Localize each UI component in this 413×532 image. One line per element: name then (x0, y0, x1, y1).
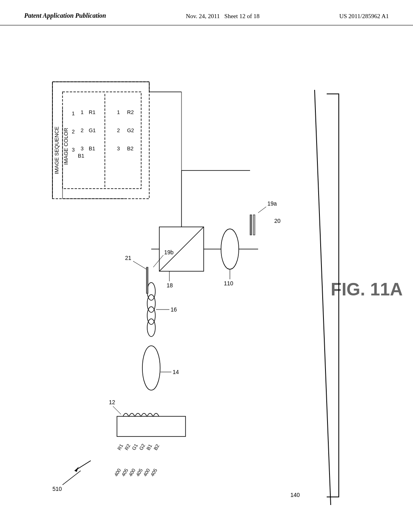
svg-point-36 (221, 229, 239, 269)
svg-text:16: 16 (171, 306, 177, 313)
svg-text:12: 12 (109, 399, 115, 405)
svg-text:19b: 19b (164, 249, 174, 256)
svg-point-17 (142, 346, 160, 390)
svg-text:G2: G2 (138, 443, 146, 451)
svg-text:1: 1 (117, 109, 120, 115)
svg-marker-80 (75, 467, 79, 472)
svg-text:R1: R1 (116, 443, 124, 451)
svg-text:405: 405 (149, 468, 158, 478)
svg-text:400: 400 (127, 468, 136, 478)
svg-text:R1: R1 (89, 109, 96, 115)
svg-line-3 (113, 406, 121, 414)
svg-text:R2: R2 (127, 109, 134, 115)
svg-text:B1: B1 (145, 443, 153, 451)
svg-text:19a: 19a (267, 200, 277, 207)
svg-text:400: 400 (113, 468, 122, 478)
svg-text:510: 510 (52, 486, 62, 492)
svg-text:3: 3 (81, 145, 83, 152)
svg-text:G2: G2 (127, 127, 134, 133)
svg-text:1: 1 (72, 110, 75, 116)
page-header: Patent Application Publication Nov. 24, … (0, 0, 413, 25)
svg-text:1: 1 (81, 109, 83, 115)
header-date-sheet: Nov. 24, 2011 Sheet 12 of 18 (186, 11, 260, 21)
svg-text:G1: G1 (131, 443, 139, 451)
svg-text:2: 2 (117, 127, 120, 133)
svg-text:IMAGE SEQUENCE: IMAGE SEQUENCE (54, 126, 60, 174)
svg-point-23 (147, 283, 155, 300)
svg-text:3: 3 (117, 145, 120, 152)
svg-line-27 (133, 261, 146, 269)
svg-rect-42 (253, 215, 255, 235)
svg-text:405: 405 (135, 468, 144, 478)
svg-text:14: 14 (173, 369, 179, 375)
svg-rect-51 (63, 92, 141, 189)
svg-line-0 (63, 471, 81, 485)
svg-line-29 (153, 255, 163, 267)
svg-text:140: 140 (290, 492, 300, 498)
svg-text:B2: B2 (127, 145, 133, 152)
svg-rect-2 (117, 416, 186, 436)
svg-text:IMAGE COLOR: IMAGE COLOR (63, 128, 69, 165)
publication-title: Patent Application Publication (24, 11, 106, 20)
svg-text:2: 2 (72, 129, 75, 135)
svg-text:405: 405 (120, 468, 129, 478)
svg-text:FIG. 11A: FIG. 11A (331, 279, 403, 299)
svg-text:3: 3 (72, 147, 75, 153)
svg-rect-41 (250, 215, 252, 235)
svg-text:G1: G1 (89, 127, 96, 133)
svg-text:B1: B1 (78, 153, 84, 159)
svg-text:21: 21 (125, 255, 131, 261)
svg-text:20: 20 (274, 218, 281, 224)
svg-text:B1: B1 (89, 145, 95, 152)
svg-text:B2: B2 (152, 443, 161, 451)
diagram-svg: 510 12 R1 R2 G1 G2 B1 B2 400 405 400 405… (0, 29, 413, 525)
diagram-area: 510 12 R1 R2 G1 G2 B1 B2 400 405 400 405… (0, 29, 413, 525)
svg-line-43 (258, 207, 266, 213)
svg-text:400: 400 (142, 468, 151, 478)
svg-text:110: 110 (224, 280, 234, 287)
svg-text:18: 18 (167, 282, 173, 289)
patent-number: US 2011/285962 A1 (339, 11, 389, 21)
svg-text:R2: R2 (123, 443, 131, 451)
svg-rect-26 (146, 267, 148, 293)
svg-line-46 (315, 90, 331, 505)
svg-text:2: 2 (81, 127, 83, 133)
